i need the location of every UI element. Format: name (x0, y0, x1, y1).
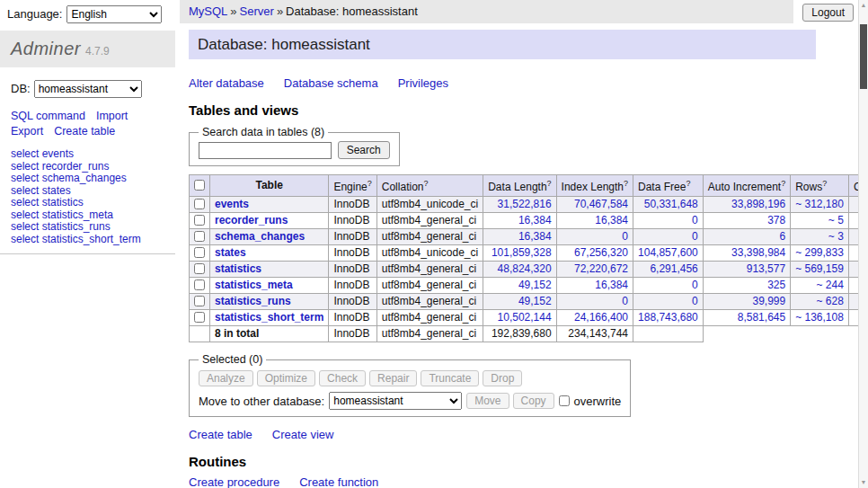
create-view-link[interactable]: Create view (272, 428, 334, 441)
move-db-select[interactable]: homeassistant (329, 392, 462, 410)
auto-increment-link[interactable]: 8,581,645 (703, 310, 790, 326)
table-name-link[interactable]: schema_changes (210, 229, 329, 245)
engine-help-link[interactable]: ? (368, 179, 372, 188)
alter-database-link[interactable]: Alter database (189, 76, 264, 90)
table-name-link[interactable]: statistics_runs (210, 294, 329, 310)
data-length-link[interactable]: 49,152 (483, 278, 556, 294)
overwrite-label: overwrite (574, 395, 622, 408)
row-checkbox[interactable] (194, 312, 205, 323)
totals-data-length: 192,839,680 (483, 326, 556, 342)
rows-link[interactable]: ~ 569,159 (791, 262, 849, 278)
data-length-help-link[interactable]: ? (547, 179, 552, 188)
select-all-checkbox[interactable] (194, 180, 205, 191)
app-logo-link[interactable]: Adminer (11, 39, 81, 58)
data-free-link[interactable]: 0 (633, 294, 704, 310)
auto-increment-link[interactable]: 325 (703, 278, 790, 294)
index-length-link[interactable]: 72,220,672 (556, 262, 633, 278)
table-name-link[interactable]: states (210, 245, 329, 262)
data-length-link[interactable]: 101,859,328 (483, 245, 556, 262)
data-length-link[interactable]: 31,522,816 (483, 197, 556, 213)
auto-increment-help-link[interactable]: ? (781, 179, 785, 188)
export-link[interactable]: Export (11, 125, 43, 138)
row-checkbox[interactable] (194, 215, 205, 226)
index-length-link[interactable]: 16,384 (556, 278, 633, 294)
create-table-link-main[interactable]: Create table (189, 428, 252, 441)
data-length-link[interactable]: 48,824,320 (483, 262, 556, 278)
data-free-link[interactable]: 104,857,600 (633, 245, 704, 262)
auto-increment-link[interactable]: 33,398,984 (703, 245, 790, 262)
table-name-link[interactable]: events (210, 197, 329, 213)
auto-increment-link[interactable]: 378 (703, 213, 790, 229)
auto-increment-link[interactable]: 6 (703, 229, 790, 245)
row-checkbox[interactable] (194, 231, 205, 242)
scroll-up-arrow[interactable]: ▲ (859, 0, 868, 11)
data-free-link[interactable]: 0 (633, 278, 704, 294)
sidebar-item-recorder-runs[interactable]: select recorder_runs (11, 161, 164, 173)
search-button[interactable]: Search (338, 141, 390, 159)
collation-help-link[interactable]: ? (423, 179, 428, 188)
collation-cell: utf8mb4_unicode_ci (376, 245, 483, 262)
row-checkbox[interactable] (194, 279, 205, 290)
index-length-help-link[interactable]: ? (624, 179, 628, 188)
index-length-link[interactable]: 0 (556, 294, 633, 310)
sidebar-item-statistics-runs[interactable]: select statistics_runs (11, 221, 164, 234)
database-schema-link[interactable]: Database schema (284, 76, 378, 90)
rows-link[interactable]: ~ 628 (791, 294, 849, 310)
sidebar-item-events[interactable]: select events (11, 148, 164, 161)
data-free-link[interactable]: 6,291,456 (633, 262, 704, 278)
index-length-link[interactable]: 67,256,320 (556, 245, 633, 262)
row-checkbox[interactable] (194, 263, 205, 274)
auto-increment-link[interactable]: 913,577 (703, 262, 790, 278)
row-checkbox[interactable] (194, 199, 205, 209)
index-length-link[interactable]: 16,384 (556, 213, 633, 229)
rows-link[interactable]: ~ 244 (791, 278, 849, 294)
sidebar-item-schema-changes[interactable]: select schema_changes (11, 173, 164, 185)
index-length-link[interactable]: 24,166,400 (556, 310, 633, 326)
rows-help-link[interactable]: ? (822, 179, 827, 188)
create-function-link[interactable]: Create function (299, 475, 378, 488)
row-checkbox[interactable] (194, 247, 205, 258)
table-name-link[interactable]: statistics_short_term (210, 310, 329, 326)
scrollbar-thumb[interactable] (860, 24, 867, 89)
search-input[interactable] (199, 142, 332, 159)
data-length-link[interactable]: 16,384 (483, 229, 556, 245)
rows-link[interactable]: ~ 312,180 (791, 197, 849, 213)
sidebar-item-states[interactable]: select states (11, 185, 164, 198)
create-procedure-link[interactable]: Create procedure (189, 475, 279, 488)
overwrite-checkbox[interactable] (559, 395, 570, 406)
data-free-link[interactable]: 188,743,680 (633, 310, 704, 326)
breadcrumb-mysql-link[interactable]: MySQL (189, 4, 227, 18)
rows-link[interactable]: ~ 136,108 (791, 310, 849, 326)
index-length-link[interactable]: 70,467,584 (556, 197, 633, 213)
scroll-down-arrow[interactable]: ▼ (859, 477, 868, 488)
db-select[interactable]: homeassistant (34, 80, 142, 98)
auto-increment-link[interactable]: 39,999 (703, 294, 790, 310)
rows-link[interactable]: ~ 299,833 (791, 245, 849, 262)
sidebar-item-statistics[interactable]: select statistics (11, 197, 164, 209)
sql-command-link[interactable]: SQL command (11, 110, 85, 122)
privileges-link[interactable]: Privileges (398, 76, 448, 90)
sidebar-item-statistics-short-term[interactable]: select statistics_short_term (11, 234, 164, 246)
scrollbar[interactable]: ▲ ▼ (858, 0, 868, 488)
data-length-link[interactable]: 49,152 (483, 294, 556, 310)
rows-link[interactable]: ~ 3 (791, 229, 849, 245)
logout-button[interactable]: Logout (802, 4, 854, 22)
data-free-link[interactable]: 50,331,648 (633, 197, 704, 213)
sidebar-item-statistics-meta[interactable]: select statistics_meta (11, 209, 164, 222)
language-select[interactable]: English (66, 5, 162, 23)
row-checkbox[interactable] (194, 296, 205, 306)
data-length-link[interactable]: 10,502,144 (483, 310, 556, 326)
data-free-link[interactable]: 0 (633, 213, 704, 229)
index-length-link[interactable]: 0 (556, 229, 633, 245)
data-free-link[interactable]: 0 (633, 229, 704, 245)
create-table-link[interactable]: Create table (54, 125, 115, 138)
data-free-help-link[interactable]: ? (686, 179, 690, 188)
import-link[interactable]: Import (96, 110, 128, 122)
data-length-link[interactable]: 16,384 (483, 213, 556, 229)
table-name-link[interactable]: statistics (210, 262, 329, 278)
table-name-link[interactable]: statistics_meta (210, 278, 329, 294)
breadcrumb-server-link[interactable]: Server (240, 4, 274, 18)
table-name-link[interactable]: recorder_runs (210, 213, 329, 229)
auto-increment-link[interactable]: 33,898,196 (703, 197, 790, 213)
rows-link[interactable]: ~ 5 (791, 213, 849, 229)
